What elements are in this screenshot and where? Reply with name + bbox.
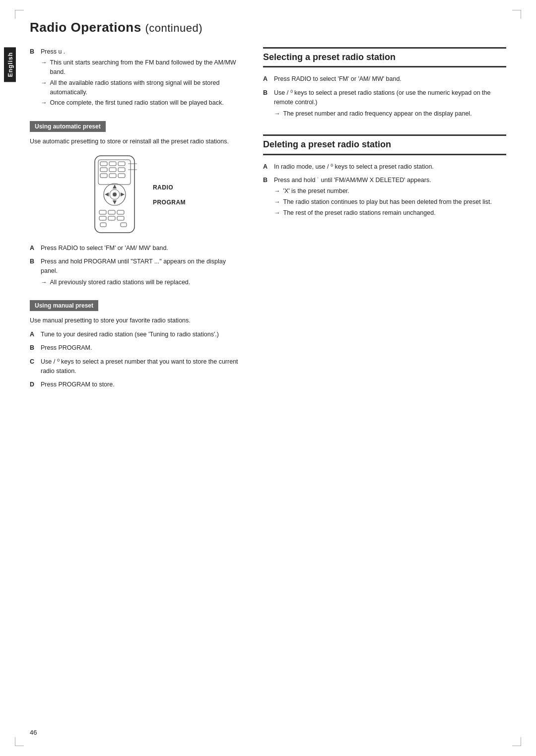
step-letter-b-auto: B — [30, 257, 37, 289]
step-b-top-content: Press u . → This unit starts searching f… — [41, 47, 243, 109]
step-a-auto: A Press RADIO to select 'FM' or 'AM/ MW'… — [30, 244, 243, 253]
language-tab: English — [4, 47, 16, 82]
step-a-manual-content: Tune to your desired radio station (see … — [41, 330, 243, 339]
svg-rect-23 — [117, 216, 124, 220]
selecting-step-letter-a: A — [263, 74, 270, 84]
corner-mark-tr — [512, 10, 521, 19]
deleting-step-b-content: Press and hold ˙ until 'FM/AM/MW X DELET… — [274, 176, 506, 219]
step-a-auto-content: Press RADIO to select 'FM' or 'AM/ MW' b… — [41, 244, 243, 253]
deleting-step-a: A In radio mode, use / ⁰ keys to select … — [263, 162, 506, 172]
step-letter-b: B — [30, 47, 37, 109]
program-label: PROGRAM — [153, 199, 186, 206]
selecting-step-b: B Use / ⁰ keys to select a preset radio … — [263, 88, 506, 120]
selecting-section-header: Selecting a preset radio station — [263, 47, 506, 67]
page-title: Radio Operations (continued) — [30, 20, 506, 35]
step-c-manual: C Use / ⁰ keys to select a preset number… — [30, 357, 243, 377]
step-d-manual: D Press PROGRAM to store. — [30, 380, 243, 389]
arrow-point-1: → This unit starts searching from the FM… — [41, 58, 243, 77]
selecting-step-a-content: Press RADIO to select 'FM' or 'AM/ MW' b… — [274, 74, 506, 84]
corner-mark-tl — [15, 10, 24, 19]
svg-point-13 — [113, 192, 117, 196]
svg-rect-1 — [98, 160, 131, 185]
svg-rect-18 — [99, 210, 106, 214]
step-c-manual-content: Use / ⁰ keys to select a preset number t… — [41, 357, 243, 377]
svg-rect-8 — [100, 174, 107, 178]
arrow-b-auto-1: → All previously stored radio stations w… — [41, 278, 243, 287]
step-b-auto-content: Press and hold PROGRAM until "START ..."… — [41, 257, 243, 289]
selecting-step-b-content: Use / ⁰ keys to select a preset radio st… — [274, 88, 506, 120]
svg-rect-22 — [108, 216, 115, 220]
step-letter-d-manual: D — [30, 380, 37, 389]
auto-preset-bar: Using automatic preset — [30, 121, 106, 132]
step-a-manual: A Tune to your desired radio station (se… — [30, 330, 243, 339]
svg-marker-14 — [113, 185, 117, 189]
corner-mark-br — [512, 737, 521, 746]
page-number: 46 — [30, 729, 37, 736]
manual-preset-desc: Use manual presetting to store your favo… — [30, 316, 243, 325]
deleting-b-arrow3: → The rest of the preset radio stations … — [274, 208, 506, 218]
step-b-manual-content: Press PROGRAM. — [41, 343, 243, 353]
selecting-b-arrow1: → The preset number and radio frequency … — [274, 109, 506, 119]
deleting-b-arrow2: → The radio station continues to play bu… — [274, 197, 506, 207]
deleting-b-arrow1: → 'X' is the preset number. — [274, 187, 506, 196]
svg-marker-16 — [105, 192, 109, 196]
svg-rect-21 — [99, 216, 106, 220]
title-suffix: (continued) — [145, 22, 202, 34]
step-letter-c-manual: C — [30, 357, 37, 377]
svg-rect-6 — [109, 168, 116, 172]
step-letter-a-auto: A — [30, 244, 37, 253]
auto-preset-desc: Use automatic presetting to store or rei… — [30, 137, 243, 146]
remote-labels: RADIO PROGRAM — [153, 155, 186, 236]
deleting-step-a-content: In radio mode, use / ⁰ keys to select a … — [274, 162, 506, 172]
svg-rect-3 — [109, 162, 116, 166]
deleting-step-letter-b: B — [263, 176, 270, 219]
svg-marker-17 — [121, 192, 125, 196]
svg-rect-20 — [117, 210, 124, 214]
remote-svg — [87, 155, 142, 234]
step-b-top: B Press u . → This unit starts searching… — [30, 47, 243, 109]
deleting-section-header: Deleting a preset radio station — [263, 134, 506, 155]
right-column: Selecting a preset radio station A Press… — [263, 47, 506, 394]
deleting-step-b: B Press and hold ˙ until 'FM/AM/MW X DEL… — [263, 176, 506, 219]
selecting-step-a: A Press RADIO to select 'FM' or 'AM/ MW'… — [263, 74, 506, 84]
title-main: Radio Operations — [30, 20, 141, 35]
remote-illustration-container: RADIO PROGRAM — [30, 155, 243, 236]
svg-rect-25 — [121, 223, 127, 227]
selecting-section-title: Selecting a preset radio station — [263, 52, 506, 63]
arrow-point-2: → All the available radio stations with … — [41, 78, 243, 97]
svg-marker-15 — [113, 200, 117, 204]
svg-rect-24 — [100, 223, 106, 227]
arrow-point-3: → Once complete, the first tuned radio s… — [41, 98, 243, 108]
remote-illustration — [87, 155, 147, 236]
step-letter-b-manual: B — [30, 343, 37, 353]
deleting-step-letter-a: A — [263, 162, 270, 172]
svg-rect-9 — [109, 174, 116, 178]
step-b-auto: B Press and hold PROGRAM until "START ..… — [30, 257, 243, 289]
page: Radio Operations (continued) English B P… — [0, 0, 536, 756]
svg-rect-5 — [100, 168, 107, 172]
left-column: English B Press u . → This unit starts s… — [30, 47, 243, 394]
step-d-manual-content: Press PROGRAM to store. — [41, 380, 243, 389]
step-letter-a-manual: A — [30, 330, 37, 339]
manual-preset-bar: Using manual preset — [30, 300, 98, 311]
radio-label: RADIO — [153, 184, 186, 191]
svg-rect-7 — [118, 168, 125, 172]
svg-rect-2 — [100, 162, 107, 166]
svg-rect-10 — [118, 174, 125, 178]
corner-mark-bl — [15, 737, 24, 746]
svg-rect-4 — [118, 162, 125, 166]
deleting-section-title: Deleting a preset radio station — [263, 139, 506, 150]
step-b-manual: B Press PROGRAM. — [30, 343, 243, 353]
selecting-step-letter-b: B — [263, 88, 270, 120]
svg-rect-19 — [108, 210, 115, 214]
